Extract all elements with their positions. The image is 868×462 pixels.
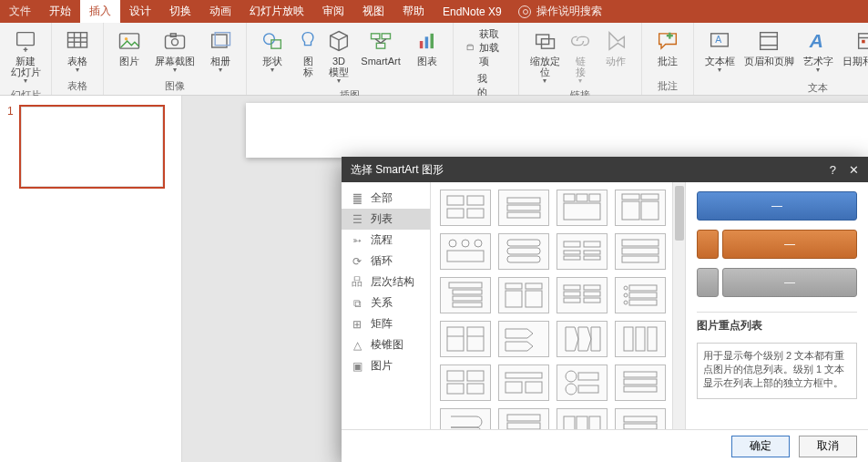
tab-slideshow[interactable]: 幻灯片放映 (240, 0, 313, 23)
gallery-item[interactable] (498, 408, 549, 429)
comment-button[interactable]: 批注 (648, 26, 688, 68)
gallery-item[interactable] (557, 364, 608, 401)
tab-review[interactable]: 审阅 (313, 0, 353, 23)
gallery-item[interactable] (498, 364, 549, 401)
picture-button[interactable]: 图片 (109, 26, 149, 68)
svg-point-58 (462, 240, 469, 247)
svg-rect-17 (372, 34, 380, 39)
group-comments: 批注 批注 (642, 23, 694, 95)
gallery-item[interactable] (440, 321, 491, 357)
link-button[interactable]: 链 接 ▾ (567, 26, 594, 87)
icons-label: 图 标 (303, 56, 313, 77)
dropdown-icon: ▾ (76, 66, 79, 74)
chart-button[interactable]: 图表 (407, 26, 447, 68)
gallery-item[interactable] (498, 277, 549, 313)
gallery-item[interactable] (557, 233, 608, 270)
svg-rect-74 (453, 290, 482, 294)
gallery-item[interactable] (440, 364, 491, 401)
dialog-close-button[interactable]: ✕ (849, 163, 859, 177)
dialog-help-button[interactable]: ? (830, 163, 836, 177)
svg-rect-0 (17, 33, 35, 46)
table-button[interactable]: 表格 ▾ (57, 26, 97, 76)
svg-rect-60 (447, 251, 484, 262)
slide[interactable] (246, 103, 868, 158)
3dmodel-button[interactable]: 3D 模型 ▾ (323, 26, 354, 87)
dropdown-icon: ▾ (816, 66, 820, 74)
action-button[interactable]: 动作 (596, 26, 636, 68)
svg-rect-44 (447, 209, 464, 218)
album-button[interactable]: 相册 ▾ (200, 26, 240, 76)
gallery-item[interactable] (498, 190, 549, 226)
datetime-icon (854, 28, 868, 54)
tab-help[interactable]: 帮助 (393, 0, 434, 23)
cat-relationship[interactable]: ⧉关系 (342, 293, 430, 313)
slide-thumbnail-1[interactable] (19, 105, 165, 189)
headerfooter-button[interactable]: 页眉和页脚 (741, 26, 796, 68)
shapes-button[interactable]: 形状 ▾ (252, 26, 292, 76)
cat-picture[interactable]: ▣图片 (342, 355, 430, 376)
svg-rect-111 (526, 382, 542, 393)
tab-insert[interactable]: 插入 (80, 0, 120, 23)
dropdown-icon: ▾ (337, 77, 341, 85)
icons-button[interactable]: 图 标 (294, 26, 322, 79)
cancel-button[interactable]: 取消 (799, 436, 857, 457)
svg-rect-119 (507, 415, 540, 421)
gallery-item[interactable] (498, 233, 549, 270)
gallery-item[interactable] (557, 277, 608, 313)
cat-cycle[interactable]: ⟳循环 (342, 251, 430, 272)
gallery-item[interactable] (615, 233, 666, 270)
group-addins: 获取加载项 我的加载项 ▾ 加载项 (454, 23, 519, 95)
svg-rect-47 (507, 205, 540, 210)
gallery-item[interactable] (557, 190, 608, 226)
gallery-item[interactable] (557, 321, 608, 357)
tab-endnote[interactable]: EndNote X9 (434, 0, 511, 23)
smartart-button[interactable]: SmartArt (356, 26, 405, 68)
all-icon: ䷀ (351, 193, 363, 204)
textbox-button[interactable]: A 文本框 ▾ (700, 26, 740, 76)
svg-point-91 (624, 301, 628, 304)
tab-transition[interactable]: 切换 (160, 0, 200, 23)
gallery-item[interactable] (615, 321, 666, 357)
ok-button[interactable]: 确定 (731, 436, 790, 457)
zoom-button[interactable]: 缩放定 位 ▾ (525, 26, 565, 87)
album-icon (208, 28, 233, 54)
gallery-item[interactable] (440, 408, 491, 429)
tab-design[interactable]: 设计 (120, 0, 160, 23)
gallery-item[interactable] (440, 190, 491, 226)
svg-rect-77 (505, 283, 522, 289)
cat-list[interactable]: ☰列表 (342, 209, 430, 230)
tab-view[interactable]: 视图 (353, 0, 393, 23)
gallery-item[interactable] (440, 233, 491, 270)
gallery-item[interactable] (615, 364, 666, 401)
cat-all[interactable]: ䷀全部 (342, 188, 430, 209)
get-addins-button[interactable]: 获取加载项 (465, 26, 507, 69)
cat-process[interactable]: ➳流程 (342, 230, 430, 251)
cat-picture-label: 图片 (371, 358, 393, 374)
datetime-button[interactable]: 日期和时间 (840, 26, 868, 68)
cat-relationship-label: 关系 (371, 295, 393, 311)
screenshot-button[interactable]: 屏幕截图 ▾ (151, 26, 199, 76)
cat-hierarchy[interactable]: 品层次结构 (342, 272, 430, 293)
svg-rect-113 (578, 373, 598, 380)
gallery-item[interactable] (615, 190, 666, 226)
gallery-item[interactable] (615, 277, 666, 313)
wordart-icon: A (805, 28, 831, 54)
gallery-item[interactable] (498, 321, 549, 357)
new-slide-button[interactable]: 新建 幻灯片 ▾ (5, 26, 46, 87)
cat-matrix[interactable]: ⊞矩阵 (342, 313, 430, 334)
gallery-item[interactable] (440, 277, 491, 313)
cat-pyramid[interactable]: △棱锥图 (342, 334, 430, 355)
tab-file[interactable]: 文件 (0, 0, 40, 23)
preview-description: 用于显示每个级别 2 文本都有重点图片的信息列表。级别 1 文本显示在列表上部的… (697, 343, 857, 399)
gallery-item[interactable] (615, 408, 666, 429)
gallery-item[interactable] (557, 408, 608, 429)
cat-list-label: 列表 (371, 211, 393, 227)
gallery-scrollbar[interactable] (672, 182, 685, 429)
svg-point-89 (624, 293, 628, 297)
svg-marker-100 (578, 327, 591, 351)
tab-animation[interactable]: 动画 (200, 0, 240, 23)
icons-icon (295, 28, 321, 54)
wordart-button[interactable]: A 艺术字 ▾ (798, 26, 838, 76)
tab-home[interactable]: 开始 (40, 0, 80, 23)
tell-me-search[interactable]: 操作说明搜索 (518, 4, 602, 19)
